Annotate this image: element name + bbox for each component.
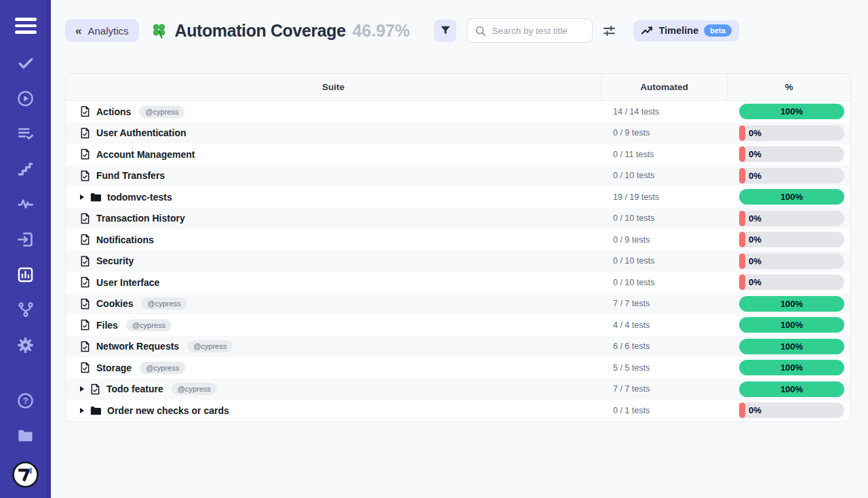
table-row[interactable]: Cookies @cypress 7 / 7 tests 100% [66,293,850,315]
suite-name[interactable]: Notifications [96,234,154,245]
expand-caret-icon[interactable] [80,408,84,413]
expand-caret-icon[interactable] [80,386,84,392]
automated-count: 0 / 10 tests [601,272,728,293]
steps-icon[interactable] [16,160,35,178]
percent-cell: 100% [728,336,850,358]
column-header-percent[interactable]: % [728,74,850,100]
suite-name[interactable]: Account Management [96,149,195,160]
table-row[interactable]: User Interface 0 / 10 tests 0% [66,272,850,293]
table-row[interactable]: Transaction History 0 / 10 tests 0% [66,208,850,230]
column-header-suite[interactable]: Suite [66,74,601,100]
timeline-button[interactable]: Timeline beta [633,20,738,41]
percent-cell: 100% [728,293,850,315]
percent-cell: 0% [728,400,850,421]
analytics-icon[interactable] [16,266,35,284]
back-button-label: Analytics [87,25,128,37]
progress-bar: 100% [739,296,844,312]
suite-name[interactable]: Storage [96,362,132,373]
cypress-tag: @cypress [172,383,217,395]
clover-icon [150,22,168,40]
suite-cell: Transaction History [66,208,601,230]
cypress-tag: @cypress [140,362,185,374]
expand-caret-icon[interactable] [80,194,84,200]
search-input[interactable] [492,26,585,36]
settings-gear-icon[interactable] [16,336,35,354]
suite-name[interactable]: Fund Transfers [96,170,165,181]
help-icon[interactable]: ? [16,392,35,410]
progress-bar: 100% [739,189,844,205]
table-row[interactable]: Network Requests @cypress 6 / 6 tests 10… [66,336,850,358]
menu-icon[interactable] [15,18,37,34]
import-icon[interactable] [16,230,35,249]
suite-name[interactable]: User Authentication [96,127,186,138]
progress-bar: 100% [739,360,844,375]
trending-line-icon [641,24,653,37]
suite-name[interactable]: Files [96,320,118,331]
pulse-icon[interactable] [16,195,35,213]
branches-icon[interactable] [16,301,35,319]
table-row[interactable]: Account Management 0 / 11 tests 0% [66,144,850,165]
table-row[interactable]: Fund Transfers 0 / 10 tests 0% [66,165,850,187]
sidebar-bottom: ? [12,392,39,489]
suite-name[interactable]: Network Requests [96,341,179,352]
suite-name[interactable]: Transaction History [96,213,185,224]
progress-bar: 0% [739,146,844,162]
percent-label: 0% [749,149,762,159]
table-row[interactable]: Notifications 0 / 9 tests 0% [66,229,850,251]
column-header-automated[interactable]: Automated [601,74,728,100]
automated-count: 14 / 14 tests [601,101,728,123]
suite-name[interactable]: Cookies [96,298,133,309]
percent-label: 100% [781,341,803,352]
sidebar-nav [16,54,35,354]
suite-cell: todomvc-tests [66,186,601,208]
play-runs-icon[interactable] [16,89,35,108]
table-row[interactable]: Todo feature @cypress 7 / 7 tests 100% [66,379,850,400]
red-sliver [739,232,745,247]
automated-count: 7 / 7 tests [601,379,728,400]
suite-name[interactable]: User Interface [96,277,159,288]
table-row[interactable]: Order new checks or cards 0 / 1 tests 0% [66,400,850,421]
coverage-table: Suite Automated % Actions @cypress 14 / … [65,73,851,422]
percent-cell: 100% [728,357,850,379]
suite-name[interactable]: Todo feature [106,383,163,394]
suite-cell: User Interface [66,272,601,293]
progress-bar: 0% [739,402,844,418]
test-file-icon [80,234,90,245]
suite-name[interactable]: Order new checks or cards [107,405,229,416]
table-row[interactable]: Storage @cypress 5 / 5 tests 100% [66,357,850,379]
suite-cell: Account Management [66,144,601,165]
table-row[interactable]: Actions @cypress 14 / 14 tests 100% [66,101,850,123]
suite-name[interactable]: Security [96,255,134,266]
test-file-icon [80,213,90,224]
table-row[interactable]: Security 0 / 10 tests 0% [66,251,850,272]
percent-label: 100% [781,192,803,202]
suite-cell: Files @cypress [66,314,601,336]
back-to-analytics-button[interactable]: « Analytics [65,19,139,42]
suite-cell: Order new checks or cards [66,400,601,421]
suite-cell: Network Requests @cypress [66,336,601,358]
table-row[interactable]: User Authentication 0 / 9 tests 0% [66,123,850,144]
view-settings-button[interactable] [602,24,616,38]
suite-cell: Todo feature @cypress [66,379,601,400]
red-sliver [739,125,745,141]
progress-bar: 100% [739,339,844,354]
test-plans-icon[interactable] [16,125,35,143]
automated-count: 4 / 4 tests [601,314,728,336]
automated-count: 0 / 10 tests [601,165,728,187]
cypress-tag: @cypress [139,106,184,118]
table-row[interactable]: todomvc-tests 19 / 19 tests 100% [66,186,850,208]
search-icon [475,25,486,37]
automated-count: 0 / 10 tests [601,251,728,272]
checks-icon[interactable] [16,54,35,72]
suite-name[interactable]: todomvc-tests [107,192,172,203]
test-file-icon [80,170,90,182]
sidebar: ? [0,0,51,498]
automated-count: 0 / 10 tests [601,208,728,230]
app-logo[interactable] [12,461,39,489]
filter-button[interactable] [434,20,456,42]
red-sliver [739,402,745,418]
projects-folder-icon[interactable] [16,426,35,444]
percent-cell: 100% [728,186,850,208]
suite-name[interactable]: Actions [96,106,131,117]
table-row[interactable]: Files @cypress 4 / 4 tests 100% [66,314,850,336]
